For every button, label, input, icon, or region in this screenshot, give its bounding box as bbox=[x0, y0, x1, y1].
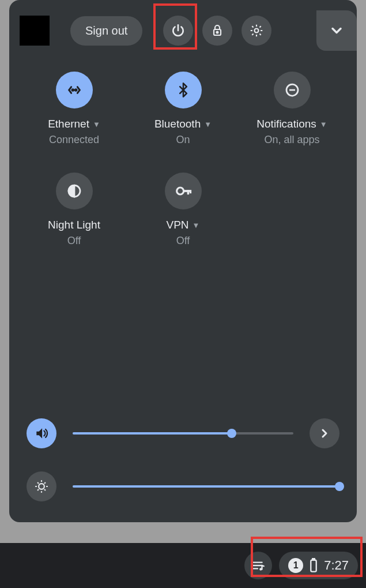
volume-icon bbox=[34, 426, 49, 441]
lock-button[interactable] bbox=[202, 16, 232, 46]
svg-point-8 bbox=[176, 188, 183, 194]
vpn-icon bbox=[165, 173, 202, 209]
svg-point-1 bbox=[217, 32, 218, 33]
volume-slider[interactable] bbox=[73, 432, 293, 435]
ethernet-icon bbox=[56, 72, 93, 108]
brightness-button[interactable] bbox=[27, 471, 56, 501]
volume-row bbox=[27, 418, 339, 448]
tile-vpn-label: VPN▼ bbox=[167, 219, 200, 231]
bluetooth-icon bbox=[165, 72, 202, 108]
brightness-slider[interactable] bbox=[73, 485, 339, 488]
status-tray[interactable]: 1 7:27 bbox=[279, 552, 358, 579]
svg-rect-9 bbox=[183, 190, 190, 192]
brightness-icon bbox=[34, 479, 49, 494]
notifications-icon bbox=[274, 72, 311, 108]
tile-bluetooth-status: On bbox=[176, 134, 190, 146]
music-queue-icon bbox=[251, 558, 266, 573]
night-light-icon bbox=[56, 173, 93, 209]
sliders-section bbox=[27, 395, 339, 501]
shelf: 1 7:27 bbox=[0, 543, 366, 588]
tile-notifications[interactable]: Notifications▼ On, all apps bbox=[237, 72, 346, 146]
tile-night-light[interactable]: Night Light Off bbox=[20, 173, 129, 247]
tile-bluetooth-label: Bluetooth▼ bbox=[154, 118, 212, 130]
tile-notifications-status: On, all apps bbox=[264, 134, 319, 146]
lock-icon bbox=[210, 24, 224, 38]
svg-point-3 bbox=[72, 89, 74, 91]
volume-button[interactable] bbox=[27, 418, 56, 448]
svg-point-4 bbox=[75, 89, 77, 91]
media-controls-button[interactable] bbox=[244, 552, 272, 579]
gear-icon bbox=[249, 23, 264, 38]
tile-notifications-label: Notifications▼ bbox=[256, 118, 327, 130]
tile-night-light-status: Off bbox=[67, 235, 81, 247]
svg-rect-16 bbox=[311, 560, 316, 572]
power-button[interactable] bbox=[163, 16, 193, 46]
collapse-button[interactable] bbox=[316, 10, 357, 51]
tile-vpn-status: Off bbox=[176, 235, 190, 247]
tile-bluetooth[interactable]: Bluetooth▼ On bbox=[129, 72, 237, 146]
brightness-row bbox=[27, 471, 339, 501]
tile-ethernet-status: Connected bbox=[49, 134, 99, 146]
tile-ethernet[interactable]: Ethernet▼ Connected bbox=[20, 72, 129, 146]
battery-icon bbox=[309, 558, 318, 573]
quick-tiles: Ethernet▼ Connected Bluetooth▼ On Notifi… bbox=[20, 72, 346, 247]
tile-ethernet-label: Ethernet▼ bbox=[48, 118, 100, 130]
tile-vpn[interactable]: VPN▼ Off bbox=[129, 173, 237, 247]
sign-out-button[interactable]: Sign out bbox=[70, 16, 142, 46]
audio-settings-button[interactable] bbox=[310, 418, 339, 448]
svg-rect-11 bbox=[189, 190, 191, 193]
header-row: Sign out bbox=[20, 10, 346, 51]
user-avatar[interactable] bbox=[20, 16, 50, 46]
quick-settings-panel: Sign out Ethernet▼ Connected Blu bbox=[9, 0, 357, 522]
power-icon bbox=[171, 23, 186, 38]
svg-rect-10 bbox=[187, 190, 188, 194]
chevron-right-icon bbox=[318, 426, 331, 440]
svg-rect-17 bbox=[312, 559, 315, 560]
tile-night-light-label: Night Light bbox=[48, 219, 100, 231]
clock: 7:27 bbox=[324, 558, 349, 573]
settings-button[interactable] bbox=[242, 16, 271, 46]
svg-point-2 bbox=[255, 29, 259, 33]
svg-point-12 bbox=[39, 484, 44, 489]
notification-badge: 1 bbox=[288, 558, 303, 573]
chevron-down-icon bbox=[329, 23, 345, 39]
